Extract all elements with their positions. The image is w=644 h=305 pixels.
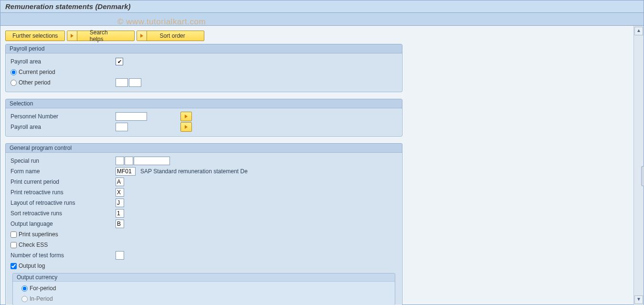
sort-retro-input[interactable] bbox=[116, 209, 124, 218]
number-test-forms-label: Number of test forms bbox=[11, 252, 116, 259]
selection-payroll-area-input[interactable] bbox=[116, 123, 128, 131]
sort-retro-label: Sort retroactive runs bbox=[11, 210, 116, 217]
output-language-input[interactable] bbox=[116, 220, 124, 228]
resize-grip-icon[interactable] bbox=[641, 166, 644, 186]
special-run-field-1[interactable] bbox=[116, 157, 124, 165]
personnel-number-input[interactable] bbox=[116, 112, 147, 121]
arrow-right-icon bbox=[67, 31, 77, 41]
number-test-forms-input[interactable] bbox=[116, 251, 124, 260]
in-period-radio[interactable] bbox=[21, 296, 28, 302]
other-period-radio-row[interactable]: Other period bbox=[11, 79, 116, 86]
special-run-field-3[interactable] bbox=[134, 157, 170, 165]
search-helps-button[interactable]: Search helps bbox=[67, 31, 135, 41]
arrow-right-icon bbox=[185, 125, 188, 129]
for-period-radio-row[interactable]: For-period bbox=[21, 285, 56, 292]
in-period-label: In-Period bbox=[30, 295, 53, 302]
form-name-label: Form name bbox=[11, 168, 116, 175]
further-selections-label: Further selections bbox=[12, 32, 58, 39]
sort-order-button[interactable]: Sort order bbox=[137, 31, 204, 41]
page-title: Remuneration statements (Denmark) bbox=[0, 0, 644, 13]
for-period-label: For-period bbox=[30, 285, 56, 292]
payroll-area-multiselect-button[interactable] bbox=[180, 122, 192, 132]
check-ess-label: Check ESS bbox=[19, 242, 48, 248]
special-run-label: Special run bbox=[11, 158, 116, 164]
arrow-right-icon bbox=[185, 115, 188, 118]
output-log-label: Output log bbox=[19, 263, 45, 269]
output-log-checkbox[interactable] bbox=[11, 263, 17, 269]
content-area: Further selections Search helps Sort ord… bbox=[0, 26, 633, 305]
further-selections-button[interactable]: Further selections bbox=[5, 31, 65, 41]
personnel-number-multiselect-button[interactable] bbox=[180, 112, 192, 121]
payroll-period-legend: Payroll period bbox=[6, 44, 402, 53]
output-currency-legend: Output currency bbox=[13, 273, 395, 282]
selection-legend: Selection bbox=[6, 99, 402, 108]
print-current-period-label: Print current period bbox=[11, 179, 116, 185]
selection-variant-buttons: Further selections Search helps Sort ord… bbox=[5, 31, 629, 41]
output-currency-group: Output currency For-period bbox=[12, 273, 395, 305]
application-toolbar bbox=[0, 13, 644, 26]
special-run-field-2[interactable] bbox=[125, 157, 133, 165]
print-retro-label: Print retroactive runs bbox=[11, 189, 116, 196]
print-current-period-input[interactable] bbox=[116, 178, 124, 186]
form-name-description: SAP Standard remuneration statement De bbox=[140, 168, 248, 175]
scroll-down-button[interactable]: ▼ bbox=[634, 295, 643, 304]
payroll-area-label: Payroll area bbox=[11, 58, 116, 65]
payroll-area-checkbox[interactable] bbox=[116, 58, 123, 65]
search-helps-label: Search helps bbox=[77, 29, 135, 42]
layout-retro-input[interactable] bbox=[116, 199, 124, 207]
output-language-label: Output language bbox=[11, 221, 116, 227]
output-log-row[interactable]: Output log bbox=[11, 263, 45, 269]
current-period-label: Current period bbox=[19, 69, 55, 75]
general-program-control-group: General program control Special run Form… bbox=[5, 143, 402, 305]
current-period-radio-row[interactable]: Current period bbox=[11, 69, 55, 75]
payroll-period-group: Payroll period Payroll area Current peri… bbox=[5, 44, 402, 92]
print-superlines-label: Print superlines bbox=[19, 231, 58, 238]
print-retro-input[interactable] bbox=[116, 188, 124, 197]
other-period-field-2[interactable] bbox=[129, 78, 141, 87]
sort-order-label: Sort order bbox=[147, 32, 197, 39]
current-period-radio[interactable] bbox=[11, 69, 17, 75]
general-legend: General program control bbox=[6, 144, 402, 153]
other-period-radio[interactable] bbox=[11, 80, 17, 86]
selection-payroll-area-label: Payroll area bbox=[11, 124, 116, 130]
form-name-input[interactable] bbox=[116, 167, 136, 176]
arrow-right-icon bbox=[137, 31, 147, 41]
check-ess-checkbox[interactable] bbox=[11, 242, 17, 248]
layout-retro-label: Layout of retroactive runs bbox=[11, 200, 116, 206]
vertical-scrollbar[interactable]: ▲ ▼ bbox=[633, 26, 644, 305]
print-superlines-checkbox[interactable] bbox=[11, 231, 17, 238]
personnel-number-label: Personnel Number bbox=[11, 113, 116, 120]
check-ess-row[interactable]: Check ESS bbox=[11, 242, 48, 248]
selection-group: Selection Personnel Number Payroll area bbox=[5, 99, 402, 137]
in-period-radio-row[interactable]: In-Period bbox=[21, 295, 53, 302]
other-period-label: Other period bbox=[19, 79, 51, 86]
scroll-up-button[interactable]: ▲ bbox=[634, 27, 643, 35]
print-superlines-row[interactable]: Print superlines bbox=[11, 231, 58, 238]
other-period-field-1[interactable] bbox=[116, 78, 128, 87]
for-period-radio[interactable] bbox=[21, 285, 28, 292]
